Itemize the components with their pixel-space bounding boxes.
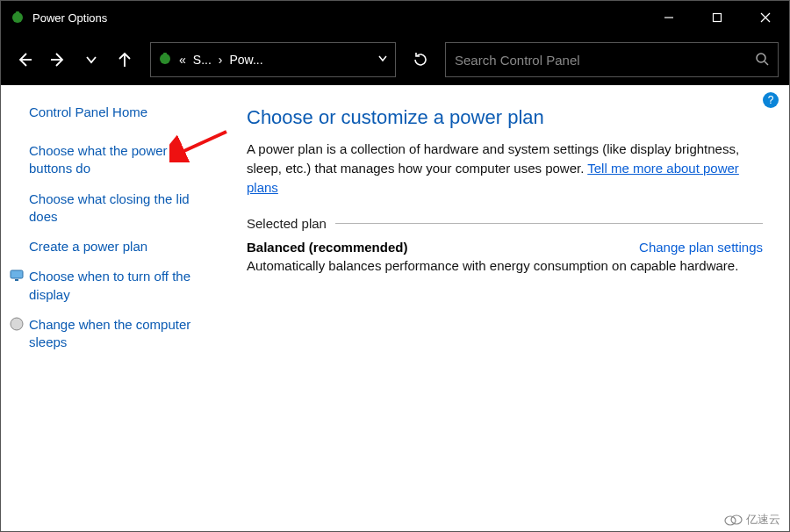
breadcrumb-seg-2[interactable]: Pow... <box>229 53 262 67</box>
plan-name: Balanced (recommended) <box>247 240 407 255</box>
svg-line-12 <box>765 61 768 65</box>
svg-rect-10 <box>163 53 167 58</box>
sidebar-link-label: Create a power plan <box>29 239 147 254</box>
sidebar-link-create-plan[interactable]: Create a power plan <box>29 238 205 255</box>
section-label-text: Selected plan <box>247 216 327 231</box>
page-heading: Choose or customize a power plan <box>247 106 763 129</box>
address-icon <box>158 52 172 68</box>
close-button[interactable] <box>741 1 789 34</box>
refresh-button[interactable] <box>403 47 438 73</box>
plan-row: Balanced (recommended) Change plan setti… <box>247 240 763 255</box>
search-icon[interactable] <box>755 52 769 68</box>
search-box[interactable] <box>445 42 779 77</box>
sidebar-link-close-lid[interactable]: Choose what closing the lid does <box>29 191 205 226</box>
svg-point-18 <box>731 515 742 524</box>
search-input[interactable] <box>455 53 755 68</box>
content-area: Control Panel Home Choose what the power… <box>1 85 789 532</box>
window-title: Power Options <box>32 11 107 25</box>
plan-description: Automatically balances performance with … <box>247 258 763 273</box>
breadcrumb-overflow[interactable]: « <box>177 53 188 67</box>
change-plan-settings-link[interactable]: Change plan settings <box>639 240 763 255</box>
sidebar-link-computer-sleeps[interactable]: Change when the computer sleeps <box>29 316 205 352</box>
sidebar-link-label: Change when the computer sleeps <box>29 317 190 349</box>
navigation-bar: « S... › Pow... <box>1 34 789 85</box>
svg-rect-14 <box>15 279 18 281</box>
page-description: A power plan is a collection of hardware… <box>247 140 763 197</box>
breadcrumb-seg-1[interactable]: S... <box>193 53 212 67</box>
chevron-right-icon: › <box>217 53 225 67</box>
recent-dropdown-button[interactable] <box>78 47 104 73</box>
watermark-text: 亿速云 <box>746 512 780 528</box>
svg-rect-1 <box>16 11 19 17</box>
help-button[interactable]: ? <box>763 92 779 108</box>
forward-button[interactable] <box>45 47 71 73</box>
svg-point-11 <box>757 54 765 62</box>
svg-rect-13 <box>11 270 23 278</box>
sidebar-link-turn-off-display[interactable]: Choose when to turn off the display <box>29 268 205 304</box>
sidebar-link-power-buttons[interactable]: Choose what the power buttons do <box>29 142 205 178</box>
moon-icon <box>10 317 24 331</box>
sidebar-link-label: Choose when to turn off the display <box>29 269 190 301</box>
sidebar-link-label: Choose what closing the lid does <box>29 191 190 224</box>
section-selected-plan: Selected plan <box>247 216 763 231</box>
address-dropdown-button[interactable] <box>377 53 388 67</box>
sidebar: Control Panel Home Choose what the power… <box>1 85 227 532</box>
back-button[interactable] <box>11 47 38 73</box>
window-controls <box>644 1 789 34</box>
divider <box>335 223 763 224</box>
maximize-button[interactable] <box>693 1 741 34</box>
up-button[interactable] <box>111 47 138 73</box>
main-panel: ? Choose or customize a power plan A pow… <box>227 85 789 532</box>
address-bar[interactable]: « S... › Pow... <box>150 42 396 77</box>
control-panel-home-link[interactable]: Control Panel Home <box>29 104 215 119</box>
app-icon <box>10 10 25 25</box>
minimize-button[interactable] <box>644 1 693 34</box>
monitor-icon <box>10 269 24 283</box>
sidebar-link-label: Choose what the power buttons do <box>29 143 168 176</box>
title-bar: Power Options <box>1 1 789 34</box>
watermark: 亿速云 <box>723 512 780 528</box>
svg-rect-3 <box>713 14 721 22</box>
svg-point-15 <box>11 318 23 330</box>
